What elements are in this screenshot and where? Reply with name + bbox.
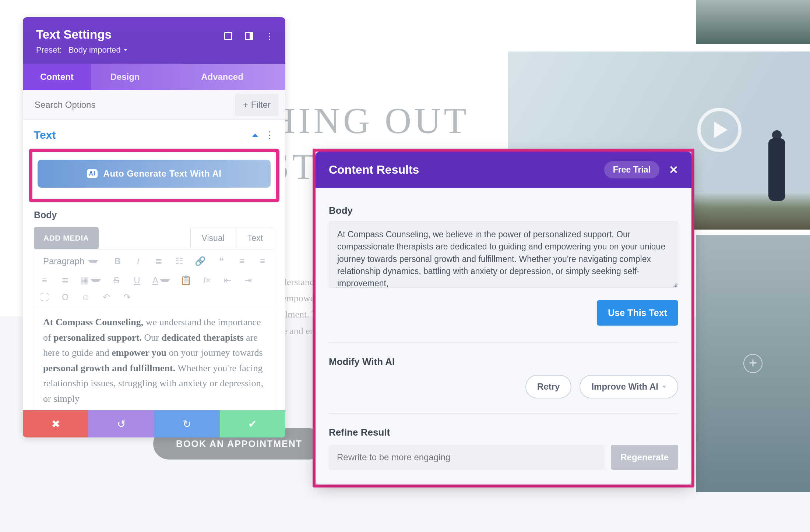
editor-mode-text[interactable]: Text bbox=[236, 227, 274, 249]
save-button[interactable]: ✔ bbox=[220, 410, 285, 437]
highlighted-ai-button-area: AI Auto Generate Text With AI bbox=[29, 149, 279, 202]
tab-design[interactable]: Design bbox=[91, 64, 159, 90]
link-icon[interactable]: 🔗 bbox=[195, 256, 206, 266]
modal-title: Content Results bbox=[329, 163, 419, 177]
paste-icon[interactable]: 📋 bbox=[180, 275, 191, 285]
section-header: Text bbox=[23, 120, 285, 149]
text-settings-panel: Text Settings Preset: Body imported Cont… bbox=[23, 17, 285, 437]
redo-button[interactable]: ↻ bbox=[154, 410, 220, 437]
outdent-icon[interactable]: ⇤ bbox=[222, 275, 233, 285]
block-format-select[interactable]: Paragraph bbox=[39, 254, 102, 269]
editor-mode-visual[interactable]: Visual bbox=[191, 227, 236, 249]
regenerate-button[interactable]: Regenerate bbox=[611, 445, 678, 470]
caret-down-icon bbox=[124, 49, 127, 51]
caret-down-icon bbox=[88, 260, 98, 263]
editor-undo-icon[interactable]: ↶ bbox=[101, 292, 112, 302]
free-trial-badge[interactable]: Free Trial bbox=[604, 161, 659, 178]
divider bbox=[329, 343, 678, 343]
table-icon[interactable]: ▦ bbox=[81, 275, 101, 285]
align-right-icon[interactable]: ≡ bbox=[39, 275, 50, 285]
search-input[interactable] bbox=[23, 90, 235, 120]
editor-redo-icon[interactable]: ↷ bbox=[122, 292, 132, 302]
align-left-icon[interactable]: ≡ bbox=[237, 256, 247, 266]
filter-button[interactable]: +Filter bbox=[235, 94, 279, 116]
undo-button[interactable]: ↺ bbox=[88, 410, 154, 437]
fullscreen-editor-icon[interactable]: ⛶ bbox=[39, 292, 50, 302]
collapse-icon[interactable] bbox=[252, 134, 258, 137]
omega-icon[interactable]: Ω bbox=[60, 292, 70, 302]
content-results-modal: Content Results Free Trial ✕ Body At Com… bbox=[316, 152, 691, 485]
align-center-icon[interactable]: ≡ bbox=[257, 256, 268, 266]
numbered-list-icon[interactable]: ☷ bbox=[174, 256, 184, 266]
panel-tabs: Content Design Advanced bbox=[23, 64, 285, 90]
plus-icon: + bbox=[243, 100, 248, 110]
editor-content[interactable]: At Compass Counseling, we understand the… bbox=[34, 307, 274, 410]
editor-toolbar: Paragraph B I ≣ ☷ 🔗 ❝ ≡ ≡ ≡ ≣ ▦ S U A 📋 … bbox=[34, 249, 274, 307]
clear-format-icon[interactable]: I× bbox=[202, 275, 212, 285]
preset-selector[interactable]: Preset: Body imported bbox=[36, 45, 272, 55]
indent-icon[interactable]: ⇥ bbox=[243, 275, 253, 285]
panel-footer-actions: ✖ ↺ ↻ ✔ bbox=[23, 410, 285, 437]
quote-icon[interactable]: ❝ bbox=[216, 256, 226, 266]
bullet-list-icon[interactable]: ≣ bbox=[154, 256, 164, 266]
refine-result-label: Refine Result bbox=[329, 427, 678, 438]
text-color-icon[interactable]: A bbox=[152, 275, 170, 285]
close-button[interactable]: ✖ bbox=[23, 410, 88, 437]
refine-input[interactable] bbox=[329, 445, 604, 470]
underline-icon[interactable]: U bbox=[132, 275, 142, 285]
search-bar: +Filter bbox=[23, 90, 285, 120]
body-field-label: Body bbox=[23, 210, 285, 220]
strikethrough-icon[interactable]: S bbox=[111, 275, 122, 285]
improve-with-ai-button[interactable]: Improve With AI bbox=[580, 375, 678, 398]
person-graphic bbox=[760, 130, 793, 208]
auto-generate-ai-button[interactable]: AI Auto Generate Text With AI bbox=[38, 160, 271, 188]
play-icon[interactable] bbox=[697, 108, 742, 152]
body-result-label: Body bbox=[329, 205, 678, 216]
align-justify-icon[interactable]: ≣ bbox=[60, 275, 70, 285]
ai-chip-icon: AI bbox=[87, 169, 98, 178]
italic-icon[interactable]: I bbox=[133, 256, 143, 266]
use-this-text-button[interactable]: Use This Text bbox=[597, 300, 678, 326]
more-icon[interactable] bbox=[265, 31, 274, 41]
bold-icon[interactable]: B bbox=[112, 256, 123, 266]
modify-with-ai-label: Modify With AI bbox=[329, 356, 678, 368]
resize-handle-icon[interactable]: ◢ bbox=[671, 280, 677, 286]
expand-icon[interactable] bbox=[223, 31, 233, 41]
retry-button[interactable]: Retry bbox=[525, 375, 571, 398]
dock-icon[interactable] bbox=[244, 31, 254, 41]
caret-down-icon bbox=[662, 386, 666, 388]
section-more-icon[interactable] bbox=[265, 130, 274, 141]
modal-close-icon[interactable]: ✕ bbox=[669, 163, 678, 176]
highlighted-modal-area: Content Results Free Trial ✕ Body At Com… bbox=[313, 149, 694, 487]
add-icon[interactable]: + bbox=[743, 354, 763, 373]
body-result-text[interactable]: At Compass Counseling, we believe in the… bbox=[329, 221, 678, 288]
panel-header: Text Settings Preset: Body imported bbox=[23, 17, 285, 64]
section-title: Text bbox=[34, 129, 56, 141]
emoji-icon[interactable]: ☺ bbox=[81, 292, 91, 302]
photo-tile-bottom[interactable]: + bbox=[696, 235, 810, 492]
tab-advanced[interactable]: Advanced bbox=[159, 64, 285, 90]
tab-content[interactable]: Content bbox=[23, 64, 91, 90]
divider bbox=[329, 413, 678, 414]
photo-tile-top bbox=[696, 0, 810, 44]
add-media-button[interactable]: ADD MEDIA bbox=[34, 227, 99, 249]
modal-header: Content Results Free Trial ✕ bbox=[316, 152, 691, 188]
